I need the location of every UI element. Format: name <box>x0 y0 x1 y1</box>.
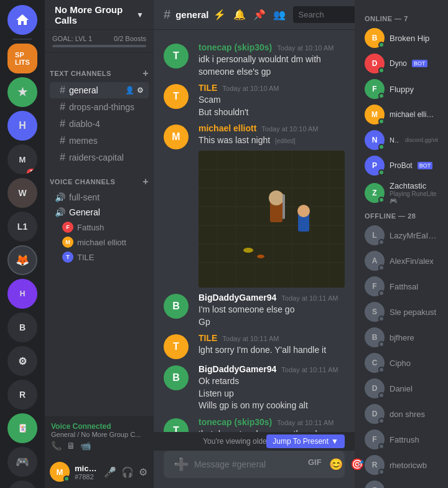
add-channel-icon[interactable]: + <box>142 68 149 79</box>
member-michael[interactable]: M michael elliott ✏ <box>360 102 443 127</box>
hash-icon: # <box>60 85 65 96</box>
svg-point-19 <box>243 248 253 253</box>
member-offline-8[interactable]: D don shres <box>360 401 443 426</box>
gear-icon[interactable]: ⚙ <box>137 86 144 95</box>
voice-channels-category[interactable]: VOICE CHANNELS + <box>45 166 154 190</box>
disconnect-icon[interactable]: 📞 <box>51 441 62 451</box>
server-icon-9[interactable]: ⚙ <box>7 346 37 376</box>
member-avatar: D <box>365 404 385 424</box>
member-zachtastic[interactable]: Z Zachtastic Playing RuneLite 🎮 <box>360 179 443 207</box>
message-header: TILE Today at 10:10 AM <box>198 83 345 93</box>
message-input[interactable] <box>194 459 303 469</box>
member-avatar: A <box>365 251 385 271</box>
server-icon-8[interactable]: B <box>7 312 37 342</box>
image-attachment: HP Prayer Run Skills ⚔99 🛡99 ❤99 <box>198 151 345 288</box>
voice-user-avatar-tile: T <box>62 251 73 263</box>
member-fluppy[interactable]: F Fluppy <box>360 77 443 101</box>
member-offline-7[interactable]: D Daniel <box>360 376 443 401</box>
message-row: B BigDaddyGamer94 Today at 10:11 AM I'm … <box>154 290 355 331</box>
member-dyno[interactable]: D Dyno BOT <box>360 51 443 76</box>
member-offline-1[interactable]: L LazyMrEaIIbobZi <box>360 223 443 248</box>
channel-general[interactable]: # general 👤 ⚙ <box>50 82 149 98</box>
message-input-icons: GIF 😊 🎯 <box>308 458 364 471</box>
message-text: lght sorry I'm done. Y'all handle it <box>198 344 345 357</box>
member-probot[interactable]: P ProBot BOT <box>360 153 443 178</box>
game-screenshot: HP Prayer Run Skills ⚔99 🛡99 ❤99 <box>198 151 345 288</box>
message-timestamp: Today at 10:11 AM <box>281 366 338 373</box>
voice-general[interactable]: 🔊 General <box>45 205 154 220</box>
gif-icon[interactable]: GIF <box>308 458 322 471</box>
voice-full-sent[interactable]: 🔊 full-sent <box>45 190 154 205</box>
message-header: michael elliott Today at 10:10 AM <box>198 123 345 133</box>
members-icon[interactable]: 👥 <box>273 9 286 21</box>
member-offline-5[interactable]: B bjfhere <box>360 325 443 350</box>
avatar: M <box>164 124 189 149</box>
channel-hash-icon: # <box>164 7 170 22</box>
member-offline-2[interactable]: A AlexFin/alex <box>360 248 443 273</box>
sticker-icon[interactable]: 🎯 <box>350 458 364 471</box>
add-file-icon[interactable]: ➕ <box>174 457 189 472</box>
member-nic-nac[interactable]: N Nic Nac discord.gg/vit <box>360 128 443 152</box>
mute-icon[interactable]: 🎤 <box>103 465 118 479</box>
deafen-icon[interactable]: 🎧 <box>120 465 135 479</box>
server-icon-r4peu[interactable]: R4PEU <box>7 481 37 488</box>
member-offline-10[interactable]: R rhetoricwb <box>360 453 443 477</box>
message-text: This was last night [edited] <box>198 134 345 147</box>
jump-present-label[interactable]: Jump To Present ▼ <box>266 434 345 448</box>
server-icon-num[interactable]: 🃏 <box>7 413 37 443</box>
text-channels-category[interactable]: TEXT CHANNELS + <box>45 58 154 82</box>
member-broken-hip[interactable]: B Broken Hip <box>360 26 443 50</box>
member-name: LazyMrEaIIbobZi <box>390 231 438 240</box>
member-avatar: F <box>365 481 385 488</box>
channel-list: TEXT CHANNELS + # general 👤 ⚙ # drops-an… <box>45 53 154 416</box>
jump-to-present-button[interactable]: Jump To Present ▼ <box>266 434 345 448</box>
member-offline-11[interactable]: F fromflag <box>360 478 443 488</box>
server-header[interactable]: No More Group Calls ▼ <box>45 0 154 30</box>
notification-icon[interactable]: 🔔 <box>233 9 246 21</box>
voice-user-michael[interactable]: M michael elliott <box>45 235 154 250</box>
emoji-icon[interactable]: 😊 <box>329 458 343 471</box>
member-name: Fatthsal <box>390 282 418 291</box>
message-input-area: ➕ GIF 😊 🎯 <box>154 451 355 488</box>
channel-drops[interactable]: # drops-and-things <box>50 99 149 115</box>
settings-icon[interactable]: 👤 <box>125 86 134 95</box>
server-icon-splits[interactable]: SPLITS <box>7 44 37 73</box>
threads-icon[interactable]: ⚡ <box>213 9 226 21</box>
member-avatar: B <box>365 327 385 347</box>
screen-share-icon[interactable]: 🖥 <box>67 441 75 451</box>
voice-user-fattush[interactable]: F Fattush <box>45 220 154 235</box>
voice-connected-bar: Voice Connected General / No More Group … <box>45 416 154 456</box>
member-name: Fattrush <box>390 435 419 444</box>
hash-icon-4: # <box>60 135 65 146</box>
message-header: TILE Today at 10:11 AM <box>198 333 345 343</box>
channel-raiders[interactable]: # raiders-capital <box>50 149 149 166</box>
server-icon-l1[interactable]: L1 <box>7 212 37 242</box>
avatar: T <box>164 44 189 68</box>
member-offline-4[interactable]: S Sle pepakust <box>360 299 443 324</box>
boost-count: 0/2 Boosts <box>114 35 146 42</box>
server-icon-7[interactable]: H <box>7 279 37 309</box>
server-icon-3[interactable]: H <box>7 111 37 141</box>
channel-memes[interactable]: # memes <box>50 133 149 149</box>
member-offline-6[interactable]: C Cipho <box>360 350 443 375</box>
search-input[interactable] <box>298 10 359 19</box>
video-icon[interactable]: 📹 <box>80 441 91 451</box>
server-icon-4[interactable]: M 14 <box>7 144 37 174</box>
member-offline-3[interactable]: F Fatthsal <box>360 274 443 299</box>
user-panel-info: michael el... #7882 <box>75 464 98 481</box>
server-icon-r[interactable]: R <box>7 380 37 410</box>
server-icon-6[interactable]: 🦊 <box>7 245 37 275</box>
server-icon-5[interactable]: W <box>7 178 37 208</box>
member-name: Broken Hip <box>390 34 429 43</box>
voice-user-tile[interactable]: T TILE <box>45 250 154 265</box>
add-voice-channel-icon[interactable]: + <box>142 176 149 187</box>
server-icon-game[interactable]: 🎮 <box>7 447 37 477</box>
channel-diablo[interactable]: # diablo-4 <box>50 116 149 132</box>
message-row: T tonecap (skip30s) Today at 10:11 AM th… <box>154 415 355 432</box>
settings-icon-panel[interactable]: ⚙ <box>138 465 149 479</box>
member-offline-9[interactable]: F Fattrush <box>360 427 443 452</box>
pin-icon[interactable]: 📌 <box>253 9 266 21</box>
message-text: Ok retards <box>198 375 345 388</box>
server-icon-2[interactable]: ★ <box>7 77 37 107</box>
home-button[interactable] <box>7 5 37 35</box>
